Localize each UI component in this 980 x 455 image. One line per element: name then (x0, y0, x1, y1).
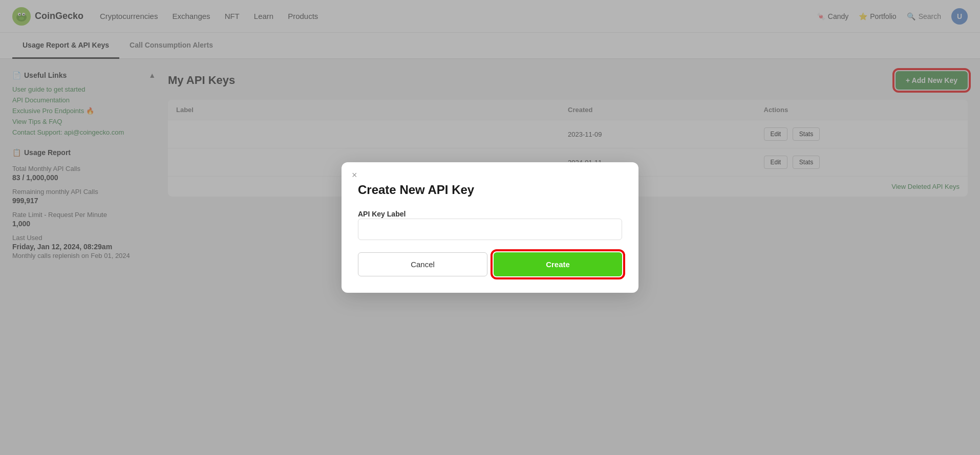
create-api-key-modal: × Create New API Key API Key Label Cance… (342, 162, 638, 293)
api-key-label-label: API Key Label (358, 210, 406, 218)
modal-actions: Cancel Create (358, 252, 622, 276)
modal-close-button[interactable]: × (352, 170, 357, 180)
cancel-button[interactable]: Cancel (358, 252, 487, 276)
modal-title: Create New API Key (358, 183, 622, 197)
api-key-label-input[interactable] (358, 219, 622, 240)
create-button[interactable]: Create (494, 252, 622, 276)
modal-overlay[interactable]: × Create New API Key API Key Label Cance… (0, 0, 980, 455)
